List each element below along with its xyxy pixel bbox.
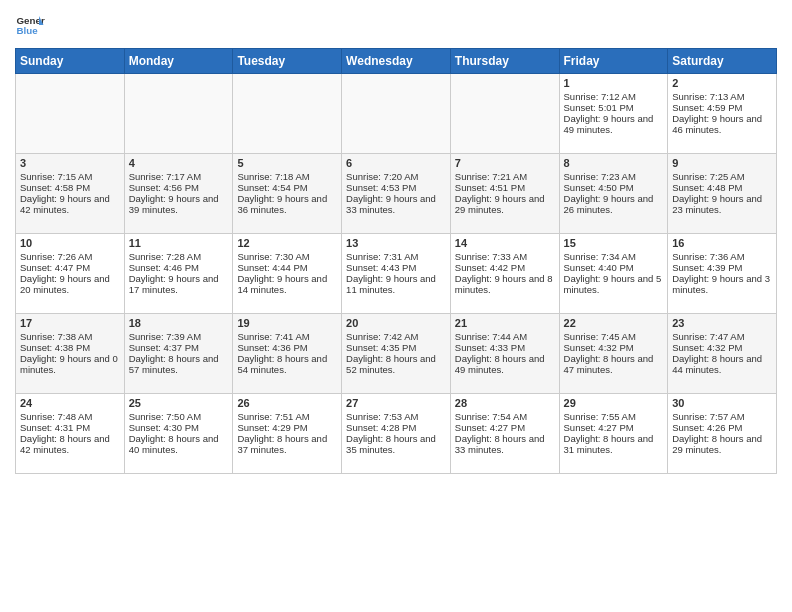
- calendar-cell: [16, 74, 125, 154]
- calendar-cell: 18Sunrise: 7:39 AMSunset: 4:37 PMDayligh…: [124, 314, 233, 394]
- day-info-line: Daylight: 9 hours and 17 minutes.: [129, 273, 229, 295]
- calendar-cell: [124, 74, 233, 154]
- day-info-line: Daylight: 9 hours and 49 minutes.: [564, 113, 664, 135]
- day-number: 22: [564, 317, 664, 329]
- day-info-line: Sunset: 4:30 PM: [129, 422, 229, 433]
- day-number: 26: [237, 397, 337, 409]
- day-info-line: Daylight: 9 hours and 14 minutes.: [237, 273, 337, 295]
- day-info-line: Daylight: 9 hours and 33 minutes.: [346, 193, 446, 215]
- day-info-line: Sunset: 4:51 PM: [455, 182, 555, 193]
- day-info-line: Sunset: 4:35 PM: [346, 342, 446, 353]
- day-number: 16: [672, 237, 772, 249]
- day-info-line: Sunset: 4:44 PM: [237, 262, 337, 273]
- day-number: 27: [346, 397, 446, 409]
- day-number: 12: [237, 237, 337, 249]
- day-info-line: Daylight: 8 hours and 47 minutes.: [564, 353, 664, 375]
- calendar-cell: [233, 74, 342, 154]
- calendar-cell: 17Sunrise: 7:38 AMSunset: 4:38 PMDayligh…: [16, 314, 125, 394]
- calendar-header-row: SundayMondayTuesdayWednesdayThursdayFrid…: [16, 49, 777, 74]
- day-info-line: Daylight: 9 hours and 5 minutes.: [564, 273, 664, 295]
- day-number: 24: [20, 397, 120, 409]
- day-info-line: Daylight: 9 hours and 23 minutes.: [672, 193, 772, 215]
- day-info-line: Sunset: 4:39 PM: [672, 262, 772, 273]
- day-info-line: Daylight: 9 hours and 29 minutes.: [455, 193, 555, 215]
- day-info-line: Sunrise: 7:25 AM: [672, 171, 772, 182]
- calendar-cell: [450, 74, 559, 154]
- day-info-line: Sunrise: 7:55 AM: [564, 411, 664, 422]
- calendar-cell: 2Sunrise: 7:13 AMSunset: 4:59 PMDaylight…: [668, 74, 777, 154]
- day-info-line: Sunset: 4:53 PM: [346, 182, 446, 193]
- day-info-line: Sunset: 4:59 PM: [672, 102, 772, 113]
- day-info-line: Daylight: 8 hours and 35 minutes.: [346, 433, 446, 455]
- day-number: 4: [129, 157, 229, 169]
- day-number: 10: [20, 237, 120, 249]
- day-number: 13: [346, 237, 446, 249]
- calendar-cell: 16Sunrise: 7:36 AMSunset: 4:39 PMDayligh…: [668, 234, 777, 314]
- day-info-line: Sunset: 4:38 PM: [20, 342, 120, 353]
- day-info-line: Sunrise: 7:18 AM: [237, 171, 337, 182]
- day-number: 28: [455, 397, 555, 409]
- weekday-header: Thursday: [450, 49, 559, 74]
- day-info-line: Sunrise: 7:12 AM: [564, 91, 664, 102]
- calendar-cell: 8Sunrise: 7:23 AMSunset: 4:50 PMDaylight…: [559, 154, 668, 234]
- day-info-line: Sunrise: 7:38 AM: [20, 331, 120, 342]
- day-info-line: Sunrise: 7:23 AM: [564, 171, 664, 182]
- day-info-line: Sunrise: 7:36 AM: [672, 251, 772, 262]
- weekday-header: Saturday: [668, 49, 777, 74]
- calendar-cell: 20Sunrise: 7:42 AMSunset: 4:35 PMDayligh…: [342, 314, 451, 394]
- day-info-line: Sunrise: 7:57 AM: [672, 411, 772, 422]
- day-info-line: Sunrise: 7:13 AM: [672, 91, 772, 102]
- day-number: 11: [129, 237, 229, 249]
- day-info-line: Sunrise: 7:47 AM: [672, 331, 772, 342]
- calendar-cell: 15Sunrise: 7:34 AMSunset: 4:40 PMDayligh…: [559, 234, 668, 314]
- day-info-line: Daylight: 8 hours and 29 minutes.: [672, 433, 772, 455]
- weekday-header: Wednesday: [342, 49, 451, 74]
- day-info-line: Sunset: 4:50 PM: [564, 182, 664, 193]
- calendar-cell: 3Sunrise: 7:15 AMSunset: 4:58 PMDaylight…: [16, 154, 125, 234]
- calendar-cell: 13Sunrise: 7:31 AMSunset: 4:43 PMDayligh…: [342, 234, 451, 314]
- weekday-header: Monday: [124, 49, 233, 74]
- calendar-cell: 9Sunrise: 7:25 AMSunset: 4:48 PMDaylight…: [668, 154, 777, 234]
- day-info-line: Sunset: 4:48 PM: [672, 182, 772, 193]
- day-number: 30: [672, 397, 772, 409]
- day-info-line: Daylight: 8 hours and 42 minutes.: [20, 433, 120, 455]
- day-info-line: Sunset: 5:01 PM: [564, 102, 664, 113]
- calendar-cell: 11Sunrise: 7:28 AMSunset: 4:46 PMDayligh…: [124, 234, 233, 314]
- logo-icon: General Blue: [15, 10, 45, 40]
- day-info-line: Daylight: 8 hours and 54 minutes.: [237, 353, 337, 375]
- day-info-line: Daylight: 8 hours and 37 minutes.: [237, 433, 337, 455]
- day-info-line: Daylight: 9 hours and 11 minutes.: [346, 273, 446, 295]
- day-number: 2: [672, 77, 772, 89]
- day-number: 23: [672, 317, 772, 329]
- day-info-line: Sunrise: 7:48 AM: [20, 411, 120, 422]
- day-info-line: Daylight: 8 hours and 33 minutes.: [455, 433, 555, 455]
- calendar-cell: 12Sunrise: 7:30 AMSunset: 4:44 PMDayligh…: [233, 234, 342, 314]
- day-info-line: Sunset: 4:40 PM: [564, 262, 664, 273]
- day-info-line: Sunrise: 7:45 AM: [564, 331, 664, 342]
- calendar-cell: 14Sunrise: 7:33 AMSunset: 4:42 PMDayligh…: [450, 234, 559, 314]
- day-info-line: Sunset: 4:27 PM: [455, 422, 555, 433]
- day-number: 5: [237, 157, 337, 169]
- calendar-cell: 10Sunrise: 7:26 AMSunset: 4:47 PMDayligh…: [16, 234, 125, 314]
- weekday-header: Friday: [559, 49, 668, 74]
- day-info-line: Daylight: 8 hours and 40 minutes.: [129, 433, 229, 455]
- day-info-line: Sunset: 4:46 PM: [129, 262, 229, 273]
- day-info-line: Sunset: 4:56 PM: [129, 182, 229, 193]
- day-number: 18: [129, 317, 229, 329]
- calendar-week-row: 17Sunrise: 7:38 AMSunset: 4:38 PMDayligh…: [16, 314, 777, 394]
- day-info-line: Sunrise: 7:21 AM: [455, 171, 555, 182]
- day-info-line: Daylight: 9 hours and 39 minutes.: [129, 193, 229, 215]
- day-info-line: Sunrise: 7:31 AM: [346, 251, 446, 262]
- day-info-line: Sunrise: 7:41 AM: [237, 331, 337, 342]
- calendar-cell: 1Sunrise: 7:12 AMSunset: 5:01 PMDaylight…: [559, 74, 668, 154]
- day-number: 25: [129, 397, 229, 409]
- logo: General Blue: [15, 10, 45, 40]
- weekday-header: Sunday: [16, 49, 125, 74]
- calendar-cell: 6Sunrise: 7:20 AMSunset: 4:53 PMDaylight…: [342, 154, 451, 234]
- calendar-cell: 30Sunrise: 7:57 AMSunset: 4:26 PMDayligh…: [668, 394, 777, 474]
- calendar-cell: 29Sunrise: 7:55 AMSunset: 4:27 PMDayligh…: [559, 394, 668, 474]
- day-info-line: Sunrise: 7:50 AM: [129, 411, 229, 422]
- day-info-line: Sunset: 4:36 PM: [237, 342, 337, 353]
- calendar-cell: 26Sunrise: 7:51 AMSunset: 4:29 PMDayligh…: [233, 394, 342, 474]
- calendar-week-row: 3Sunrise: 7:15 AMSunset: 4:58 PMDaylight…: [16, 154, 777, 234]
